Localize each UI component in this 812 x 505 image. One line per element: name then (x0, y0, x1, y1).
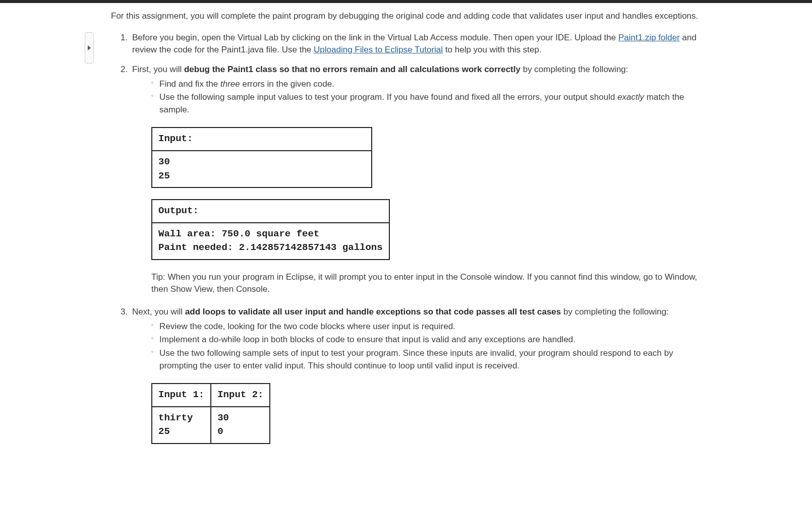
item2-a-pre: Find and fix the (159, 79, 220, 89)
uploading-tutorial-link[interactable]: Uploading Files to Eclipse Tutorial (314, 45, 443, 54)
input-body: 30 25 (152, 151, 372, 187)
input-pair-table: Input 1: Input 2: thirty 25 30 0 (151, 383, 270, 444)
list-item-1: Before you begin, open the Virtual Lab b… (130, 32, 701, 56)
output-table: Output: Wall area: 750.0 square feet Pai… (151, 199, 390, 260)
item2-sub-list: Find and fix the three errors in the giv… (132, 78, 701, 116)
item3-lead-bold: add loops to validate all user input and… (185, 307, 561, 317)
item1-text-pre: Before you begin, open the Virtual Lab b… (132, 33, 618, 42)
input1-body: thirty 25 (152, 407, 211, 444)
item2-a-em: three (220, 79, 240, 89)
main-ordered-list: Before you begin, open the Virtual Lab b… (111, 32, 701, 444)
item3-lead-post: by completing the following: (561, 307, 669, 317)
list-item-2: First, you will debug the Paint1 class s… (130, 64, 701, 296)
paint1-zip-link[interactable]: Paint1.zip folder (618, 33, 680, 42)
input2-header: Input 2: (211, 384, 270, 407)
item3-sub-list: Review the code, looking for the two cod… (132, 321, 701, 372)
page-content: For this assignment, you will complete t… (101, 3, 711, 475)
item3-bullet-a: Review the code, looking for the two cod… (151, 321, 701, 333)
item2-lead-bold: debug the Paint1 class so that no errors… (184, 65, 520, 74)
item2-bullet-a: Find and fix the three errors in the giv… (151, 78, 701, 91)
output-header: Output: (152, 200, 389, 223)
svg-marker-0 (88, 45, 91, 50)
sidebar-expand-button[interactable] (85, 32, 94, 64)
intro-paragraph: For this assignment, you will complete t… (111, 10, 701, 23)
input1-header: Input 1: (152, 384, 211, 407)
input-table: Input: 30 25 (151, 127, 372, 188)
chevron-right-icon (87, 42, 91, 54)
input-header: Input: (152, 128, 372, 151)
item3-lead-pre: Next, you will (132, 307, 185, 317)
tip-paragraph: Tip: When you run your program in Eclips… (151, 271, 701, 296)
item3-bullet-b: Implement a do-while loop in both blocks… (151, 334, 701, 346)
item2-lead-pre: First, you will (132, 65, 184, 74)
item3-bullet-c: Use the two following sample sets of inp… (151, 347, 701, 372)
item2-b-pre: Use the following sample input values to… (159, 92, 617, 102)
list-item-3: Next, you will add loops to validate all… (130, 306, 701, 444)
item2-b-em: exactly (617, 92, 644, 102)
item1-text-post: to help you with this step. (443, 45, 542, 54)
item2-a-post: errors in the given code. (240, 79, 334, 89)
item2-bullet-b: Use the following sample input values to… (151, 91, 701, 116)
input2-body: 30 0 (211, 407, 270, 444)
output-body: Wall area: 750.0 square feet Paint neede… (152, 223, 389, 260)
item2-lead-post: by completing the following: (520, 65, 628, 74)
